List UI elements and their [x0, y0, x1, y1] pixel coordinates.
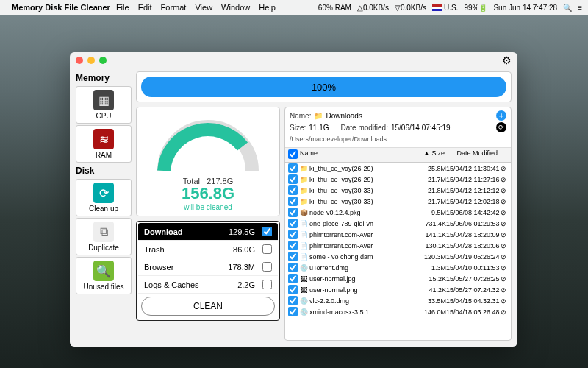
sidebar-item-cpu[interactable]: ▦ CPU: [76, 86, 132, 124]
clock: Sun Jun 14 7:47:28: [493, 4, 557, 12]
sidebar-item-label: Clean up: [89, 205, 118, 213]
menu-extras-icon[interactable]: ≡: [578, 4, 582, 12]
category-checkbox[interactable]: [262, 244, 272, 254]
file-row[interactable]: 📁ki_thu_co_vay(26-29)21.7M15/04/12 11:27…: [285, 174, 511, 185]
menubar: Memory Disk File Cleaner File Edit Forma…: [0, 0, 588, 15]
app-menu[interactable]: Memory Disk File Cleaner: [12, 3, 110, 12]
category-row[interactable]: Download129.5G: [138, 223, 278, 241]
file-row[interactable]: 💿vlc-2.2.0.dmg33.5M15/04/15 04:32:31⊘: [285, 295, 511, 306]
sidebar-item-duplicate[interactable]: ⧉ Duplicate: [76, 218, 132, 255]
exclude-icon[interactable]: ⊘: [499, 253, 508, 261]
category-checkbox[interactable]: [262, 227, 272, 236]
locale[interactable]: U.S.: [432, 4, 458, 12]
exclude-icon[interactable]: ⊘: [499, 286, 508, 294]
file-name: node-v0.12.4.pkg: [309, 209, 415, 216]
file-checkbox[interactable]: [288, 274, 298, 283]
exclude-icon[interactable]: ⊘: [499, 165, 508, 172]
file-row[interactable]: 📁ki_thu_co_vay(26-29)25.8M15/04/12 11:30…: [285, 163, 511, 174]
sidebar-item-label: RAM: [96, 151, 112, 159]
category-row[interactable]: Browser178.3M: [138, 258, 278, 276]
category-checkbox[interactable]: [262, 262, 272, 272]
sidebar-item-label: CPU: [96, 112, 111, 120]
file-checkbox[interactable]: [288, 252, 298, 261]
exclude-icon[interactable]: ⊘: [499, 187, 508, 194]
file-row[interactable]: 📁ki_thu_co_vay(30-33)21.8M15/04/12 12:12…: [285, 185, 511, 196]
file-checkbox[interactable]: [288, 219, 298, 228]
file-checkbox[interactable]: [288, 163, 298, 173]
file-row[interactable]: 📁ki_thu_co_vay(30-33)21.7M15/04/12 12:02…: [285, 196, 511, 207]
battery-status: 99%🔋: [464, 4, 487, 12]
category-row[interactable]: Logs & Caches2.2G: [138, 276, 278, 294]
close-icon[interactable]: [76, 57, 83, 64]
file-name: vlc-2.2.0.dmg: [309, 297, 415, 305]
minimize-icon[interactable]: [87, 57, 95, 64]
col-date[interactable]: Date Modified: [445, 149, 508, 160]
file-size: 21.7M: [415, 198, 446, 205]
clean-button[interactable]: CLEAN: [141, 297, 275, 316]
file-row[interactable]: 📦node-v0.12.4.pkg9.5M15/06/08 14:42:42⊘: [285, 207, 511, 218]
file-row[interactable]: 📄one-piece-789-qiqi-vn731.4K15/06/06 01:…: [285, 218, 511, 229]
exclude-icon[interactable]: ⊘: [499, 297, 508, 305]
file-type-icon: 🖼: [299, 286, 308, 294]
file-checkbox[interactable]: [288, 296, 298, 305]
add-folder-button[interactable]: +: [496, 110, 506, 121]
file-date: 15/06/08 14:42:42: [446, 209, 499, 216]
ram-status: 60% RAM: [318, 4, 351, 12]
category-checkbox[interactable]: [262, 280, 272, 289]
menu-edit[interactable]: Edit: [138, 3, 152, 12]
exclude-icon[interactable]: ⊘: [499, 176, 508, 183]
file-checkbox[interactable]: [288, 285, 298, 294]
file-row[interactable]: 📄some - vo chong dam120.3M15/04/19 05:26…: [285, 251, 511, 262]
spotlight-icon[interactable]: 🔍: [563, 4, 572, 12]
file-checkbox[interactable]: [288, 174, 298, 184]
file-row[interactable]: 💿uTorrent.dmg1.3M15/04/10 00:11:53⊘: [285, 262, 511, 273]
file-row[interactable]: 🖼user-normal.png41.2K15/05/27 07:24:32⊘: [285, 284, 511, 295]
file-list[interactable]: 📁ki_thu_co_vay(26-29)25.8M15/04/12 11:30…: [285, 163, 511, 340]
exclude-icon[interactable]: ⊘: [499, 220, 508, 227]
check-all[interactable]: [288, 149, 298, 159]
sidebar-item-cleanup[interactable]: ⟳ Clean up: [76, 179, 132, 216]
file-size: 33.5M: [415, 297, 446, 305]
exclude-icon[interactable]: ⊘: [499, 242, 508, 250]
zoom-icon[interactable]: [99, 57, 107, 64]
exclude-icon[interactable]: ⊘: [499, 209, 508, 216]
category-row[interactable]: Trash86.0G: [138, 241, 278, 258]
menu-help[interactable]: Help: [259, 3, 276, 12]
menu-view[interactable]: View: [195, 3, 212, 12]
menu-window[interactable]: Window: [221, 3, 250, 12]
gear-icon[interactable]: ⚙: [502, 54, 512, 66]
exclude-icon[interactable]: ⊘: [499, 264, 508, 272]
file-checkbox[interactable]: [288, 263, 298, 272]
refresh-button[interactable]: ⟳: [496, 122, 506, 132]
sidebar-item-ram[interactable]: ≋ RAM: [76, 125, 132, 163]
exclude-icon[interactable]: ⊘: [499, 308, 508, 316]
file-checkbox[interactable]: [288, 197, 298, 206]
col-name[interactable]: Name: [300, 149, 414, 160]
exclude-icon[interactable]: ⊘: [499, 275, 508, 283]
file-size: 21.8M: [415, 187, 446, 194]
menu-file[interactable]: File: [116, 3, 129, 12]
file-row[interactable]: 📄phimtorrent.com-Aver130.1K15/04/28 18:2…: [285, 240, 511, 251]
file-date: 15/04/15 04:32:31: [446, 297, 499, 305]
file-name: phimtorrent.com-Aver: [309, 242, 415, 250]
file-checkbox[interactable]: [288, 185, 298, 195]
file-name: phimtorrent.com-Aver: [309, 231, 415, 238]
file-row[interactable]: 🖼user-normal.jpg15.2K15/05/27 07:28:25⊘: [285, 273, 511, 284]
file-checkbox[interactable]: [288, 208, 298, 217]
file-type-icon: 💿: [299, 264, 308, 272]
ram-icon: ≋: [93, 129, 114, 149]
exclude-icon[interactable]: ⊘: [499, 198, 508, 205]
file-name: user-normal.jpg: [309, 275, 415, 283]
file-row[interactable]: 💿xmind-macosx-3.5.1.146.0M15/04/18 03:26…: [285, 306, 511, 317]
menu-format[interactable]: Format: [161, 3, 187, 12]
file-name: ki_thu_co_vay(30-33): [309, 187, 415, 194]
sidebar-item-unused[interactable]: 🔍 Unused files: [76, 257, 132, 294]
file-checkbox[interactable]: [288, 241, 298, 250]
file-checkbox[interactable]: [288, 230, 298, 239]
traffic-lights: [76, 57, 107, 64]
file-row[interactable]: 📄phimtorrent.com-Aver141.1K15/04/28 18:2…: [285, 229, 511, 240]
col-size[interactable]: ▲ Size: [414, 149, 445, 160]
exclude-icon[interactable]: ⊘: [499, 231, 508, 238]
file-checkbox[interactable]: [288, 307, 298, 316]
file-date: 15/04/12 12:12:12: [446, 187, 499, 194]
